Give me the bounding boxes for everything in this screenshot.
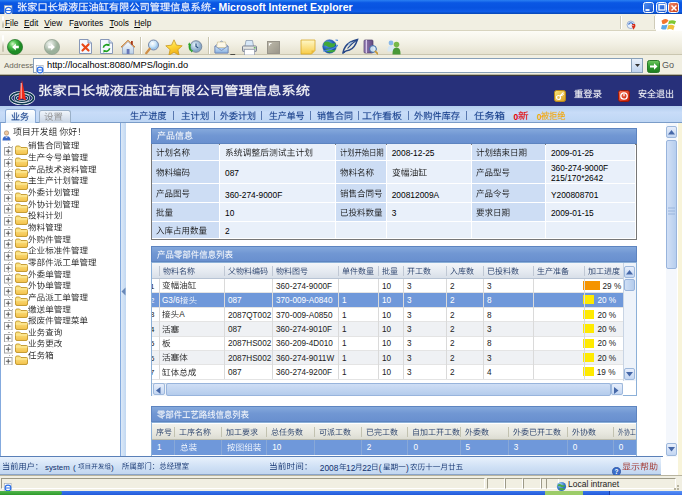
svg-text:?: ? [615,468,619,475]
